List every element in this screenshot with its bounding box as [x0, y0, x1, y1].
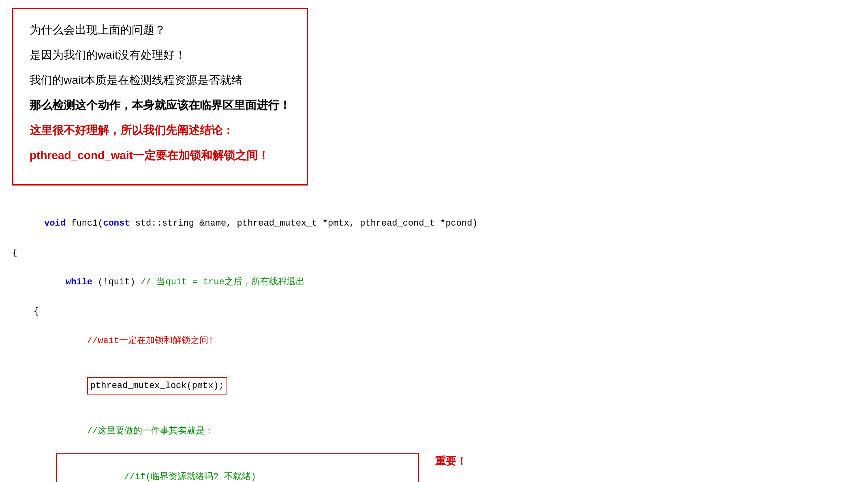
while-line: while (!quit) // 当quit = true之后，所有线程退出 [12, 260, 856, 304]
code-area: void func1(const std::string &name, pthr… [12, 198, 856, 482]
important-label: 重要！ [435, 453, 467, 470]
explanation-line-6: pthread_cond_wait一定要在加锁和解锁之间！ [30, 147, 291, 164]
open-brace: { [12, 245, 856, 260]
while-open-brace: { [12, 304, 856, 319]
explanation-box: 为什么会出现上面的问题？ 是因为我们的wait没有处理好！ 我们的wait本质是… [12, 8, 308, 186]
explanation-line-3: 我们的wait本质是在检测线程资源是否就绪 [30, 72, 291, 89]
if-block-box: //if(临界资源就绪吗? 不就绪) // 刚开始学的做法是：break，然后重… [56, 453, 419, 482]
if-block-row: //if(临界资源就绪吗? 不就绪) // 刚开始学的做法是：break，然后重… [12, 453, 856, 482]
explanation-line-2: 是因为我们的wait没有处理好！ [30, 47, 291, 64]
page-container: 为什么会出现上面的问题？ 是因为我们的wait没有处理好！ 我们的wait本质是… [0, 0, 868, 482]
func-signature: void func1(const std::string &name, pthr… [12, 202, 856, 245]
explanation-line-5: 这里很不好理解，所以我们先阐述结论： [30, 122, 291, 139]
lock-line: pthread_mutex_lock(pmtx); [12, 363, 856, 409]
comment-do: //这里要做的一件事其实就是： [12, 409, 856, 453]
if-comment-block: //if(临界资源就绪吗? 不就绪) // 刚开始学的做法是：break，然后重… [56, 453, 419, 482]
explanation-line-1: 为什么会出现上面的问题？ [30, 21, 291, 38]
comment-wait: //wait一定在加锁和解锁之间! [12, 319, 856, 363]
comment-if: //if(临界资源就绪吗? 不就绪) [60, 455, 415, 482]
explanation-line-4: 那么检测这个动作，本身就应该在临界区里面进行！ [30, 97, 291, 114]
